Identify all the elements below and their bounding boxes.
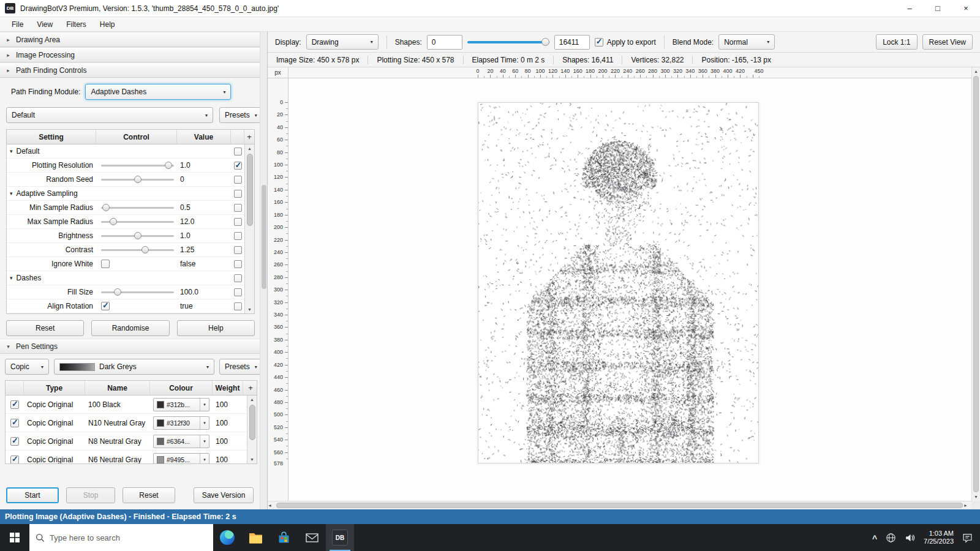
volume-icon[interactable]: [905, 533, 915, 543]
slider-thumb[interactable]: [134, 232, 141, 239]
reset-button[interactable]: Reset: [6, 320, 84, 336]
lock-ratio-button[interactable]: Lock 1:1: [876, 34, 917, 50]
start-button[interactable]: Start: [6, 487, 59, 503]
pen-enabled-checkbox[interactable]: [10, 437, 19, 446]
plot-canvas[interactable]: [478, 103, 758, 463]
shapes-max-field[interactable]: 16411: [554, 35, 590, 50]
save-version-button[interactable]: Save Version: [194, 487, 254, 503]
setting-enable-checkbox[interactable]: [234, 302, 242, 310]
group-expand-icon[interactable]: ▾: [10, 148, 13, 154]
pen-enabled-checkbox[interactable]: [10, 455, 19, 464]
setting-slider[interactable]: [101, 288, 174, 296]
settings-table-scrollbar[interactable]: ▲ ▼: [244, 144, 254, 313]
close-button[interactable]: ×: [952, 0, 980, 17]
setting-enable-checkbox[interactable]: [234, 190, 242, 198]
group-expand-icon[interactable]: ▾: [10, 190, 13, 197]
vertical-scrollbar[interactable]: ▲ ▼: [971, 67, 980, 501]
setting-enable-checkbox[interactable]: [234, 274, 242, 282]
pen-presets-menu-button[interactable]: Presets ▾: [219, 359, 261, 375]
menu-item-view[interactable]: View: [30, 20, 59, 29]
help-button[interactable]: Help: [177, 320, 255, 336]
minimize-button[interactable]: –: [895, 0, 924, 17]
taskbar-edge-icon[interactable]: [213, 524, 241, 551]
scroll-down-icon[interactable]: ▼: [250, 455, 254, 463]
setting-enable-checkbox[interactable]: [234, 176, 242, 184]
scroll-down-icon[interactable]: ▼: [974, 493, 978, 501]
column-header-type[interactable]: Type: [24, 381, 85, 395]
taskbar-search[interactable]: [29, 524, 213, 551]
reset-button[interactable]: Reset: [123, 487, 175, 503]
section-drawing-area[interactable]: ▸ Drawing Area: [0, 32, 267, 47]
add-setting-button[interactable]: +: [244, 130, 254, 144]
chevron-down-icon[interactable]: ▾: [200, 454, 209, 464]
setting-slider[interactable]: [101, 246, 174, 254]
slider-thumb[interactable]: [110, 218, 117, 225]
setting-checkbox[interactable]: [101, 302, 110, 310]
horizontal-scrollbar[interactable]: ◄ ►: [268, 501, 971, 509]
menu-item-file[interactable]: File: [5, 20, 30, 29]
randomise-button[interactable]: Randomise: [91, 320, 169, 336]
setting-enable-checkbox[interactable]: [234, 246, 242, 254]
setting-enable-checkbox[interactable]: [234, 204, 242, 212]
setting-enable-checkbox[interactable]: [234, 148, 242, 156]
setting-enable-checkbox[interactable]: [234, 260, 242, 268]
taskbar-store-icon[interactable]: [270, 524, 298, 551]
display-combo[interactable]: Drawing ▾: [306, 34, 379, 50]
column-header-value[interactable]: Value: [177, 130, 231, 144]
slider-thumb[interactable]: [102, 204, 110, 211]
scrollbar-thumb[interactable]: [249, 405, 255, 440]
apply-to-export-checkbox[interactable]: [595, 38, 603, 47]
scroll-up-icon[interactable]: ▲: [247, 144, 252, 152]
menu-item-filters[interactable]: Filters: [59, 20, 93, 29]
pen-colour-picker[interactable]: #6364...▾: [153, 435, 209, 448]
scrollbar-thumb[interactable]: [262, 185, 266, 289]
setting-checkbox[interactable]: [101, 260, 110, 268]
pen-table-scrollbar[interactable]: ▲ ▼: [247, 395, 257, 463]
section-image-processing[interactable]: ▸ Image Processing: [0, 47, 267, 62]
setting-enable-checkbox[interactable]: [234, 232, 242, 240]
pen-colour-picker[interactable]: #9495...▾: [153, 453, 209, 464]
left-panel-scrollbar[interactable]: [260, 32, 267, 509]
pen-enabled-checkbox[interactable]: [10, 400, 19, 409]
start-button[interactable]: [0, 524, 29, 551]
scroll-right-icon[interactable]: ►: [963, 501, 971, 509]
scrollbar-thumb[interactable]: [247, 154, 253, 226]
setting-enable-checkbox[interactable]: [234, 162, 242, 170]
add-pen-button[interactable]: +: [243, 381, 258, 395]
column-header-name[interactable]: Name: [85, 381, 150, 395]
scroll-up-icon[interactable]: ▲: [974, 67, 978, 75]
action-center-icon[interactable]: [962, 533, 973, 543]
reset-view-button[interactable]: Reset View: [922, 34, 973, 50]
scrollbar-thumb[interactable]: [973, 76, 979, 492]
blend-mode-combo[interactable]: Normal ▾: [718, 34, 775, 50]
taskbar-explorer-icon[interactable]: [241, 524, 270, 551]
taskbar-drawingbot-icon[interactable]: DB: [326, 524, 354, 551]
column-header-control[interactable]: Control: [96, 130, 177, 144]
setting-slider[interactable]: [101, 175, 174, 184]
slider-thumb[interactable]: [134, 176, 141, 183]
scroll-down-icon[interactable]: ▼: [247, 305, 252, 313]
taskbar-clock[interactable]: 1:03 AM 7/25/2023: [924, 530, 954, 545]
setting-slider[interactable]: [101, 231, 174, 240]
maximize-button[interactable]: □: [924, 0, 952, 17]
setting-slider[interactable]: [101, 161, 174, 170]
apply-to-export-toggle[interactable]: Apply to export: [595, 38, 656, 47]
section-path-finding-controls[interactable]: ▸ Path Finding Controls: [0, 62, 267, 78]
scroll-up-icon[interactable]: ▲: [250, 395, 254, 403]
chevron-down-icon[interactable]: ▾: [200, 435, 209, 448]
column-header-setting[interactable]: Setting: [7, 130, 96, 144]
pen-palette-combo[interactable]: Dark Greys ▾: [54, 359, 214, 375]
section-pen-settings[interactable]: ▾ Pen Settings: [0, 339, 267, 354]
column-header-colour[interactable]: Colour: [150, 381, 213, 395]
slider-thumb[interactable]: [114, 288, 121, 296]
tray-chevron-icon[interactable]: ^: [872, 534, 877, 544]
taskbar-mail-icon[interactable]: [298, 524, 326, 551]
presets-menu-button[interactable]: Presets ▾: [219, 107, 261, 123]
setting-enable-checkbox[interactable]: [234, 288, 242, 296]
column-header-weight[interactable]: Weight: [213, 381, 243, 395]
pen-colour-picker[interactable]: #312b...▾: [153, 398, 209, 411]
setting-slider[interactable]: [101, 217, 174, 226]
chevron-down-icon[interactable]: ▾: [200, 417, 209, 429]
shapes-min-field[interactable]: 0: [427, 35, 462, 50]
slider-thumb[interactable]: [541, 38, 549, 46]
